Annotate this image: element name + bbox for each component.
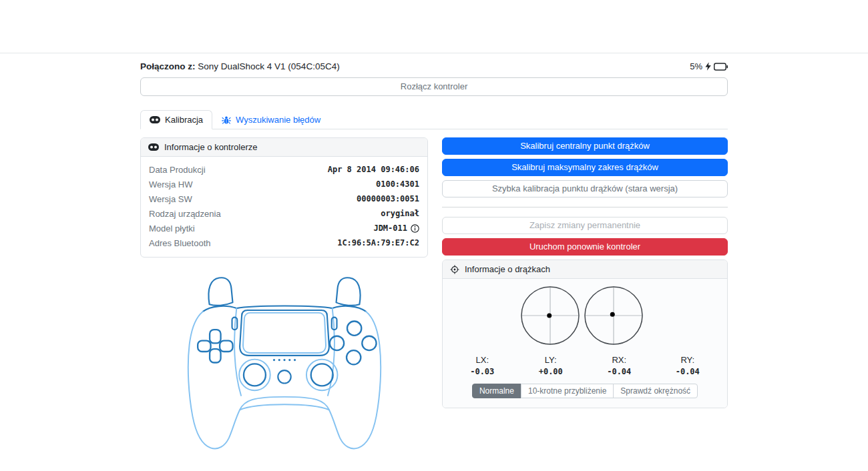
calibration-app: Połączono z: Sony DualShock 4 V1 (054C:0… — [0, 0, 868, 471]
stick-info-title: Informacje o drążkach — [465, 264, 550, 274]
axis-rx: RX: -0.04 — [585, 355, 654, 376]
tab-bar: Kalibracja Wyszukiwanie błędów — [140, 110, 728, 129]
info-value: oryginał — [381, 209, 419, 218]
battery-icon — [714, 63, 728, 71]
controller-illustration — [140, 269, 428, 459]
info-label: Model płytki — [149, 223, 195, 233]
info-label: Data Produkcji — [149, 165, 206, 175]
save-permanent-button[interactable]: Zapisz zmiany permanentnie — [442, 217, 728, 234]
info-label: Wersja HW — [149, 179, 192, 189]
calibrate-center-button[interactable]: Skalibruj centralny punkt drążków — [442, 137, 728, 155]
mode-normal-button[interactable]: Normalne — [472, 384, 521, 398]
axis-values-row: LX: -0.03 LY: +0.00 RX: -0.04 — [448, 355, 722, 376]
info-value: 0100:4301 — [376, 179, 419, 189]
charging-bolt-icon — [705, 62, 711, 71]
info-value: JDM-011 — [373, 223, 419, 233]
connected-label: Połączono z: — [140, 61, 196, 71]
info-row-sw-version: Wersja SW 00000003:0051 — [149, 191, 419, 206]
top-navbar — [0, 0, 868, 53]
stick-info-header: Informacje o drążkach — [443, 260, 727, 279]
tab-calibration[interactable]: Kalibracja — [140, 110, 212, 129]
info-label: Rodzaj urządzenia — [149, 209, 221, 219]
stick-info-card: Informacje o drążkach — [442, 260, 728, 408]
left-stick-dot — [547, 314, 552, 318]
info-row-hw-version: Wersja HW 0100:4301 — [149, 177, 419, 191]
divider — [442, 207, 728, 207]
controller-info-title: Informacje o kontrolerze — [164, 142, 257, 152]
tab-troubleshooting[interactable]: Wyszukiwanie błędów — [212, 110, 330, 129]
battery-percent: 5% — [690, 61, 702, 71]
bug-icon — [222, 115, 231, 125]
info-value: Apr 8 2014 09:46:06 — [328, 165, 419, 174]
axis-label: LX: — [448, 355, 517, 365]
tab-content: Informacje o kontrolerze Data Produkcji … — [140, 137, 728, 459]
info-value: 1C:96:5A:79:E7:C2 — [337, 238, 419, 248]
stick-view-mode-group: Normalne 10-krotne przybliżenie Sprawdź … — [448, 384, 722, 398]
info-label: Wersja SW — [149, 194, 192, 204]
info-circle-icon[interactable] — [411, 224, 419, 233]
axis-value: -0.03 — [448, 367, 517, 376]
disconnect-button[interactable]: Rozłącz kontroler — [140, 77, 728, 96]
controller-info-card: Informacje o kontrolerze Data Produkcji … — [140, 137, 428, 258]
info-label: Adres Bluetooth — [149, 238, 211, 248]
stick-info-body: LX: -0.03 LY: +0.00 RX: -0.04 — [443, 279, 727, 408]
dualsense-outline-drawing — [174, 269, 395, 456]
axis-label: LY: — [517, 355, 586, 365]
right-stick-dot — [610, 312, 615, 317]
gamepad-icon — [148, 143, 159, 151]
crosshairs-icon — [450, 265, 459, 274]
left-column: Informacje o kontrolerze Data Produkcji … — [140, 137, 428, 459]
battery-indicator: 5% — [690, 61, 728, 71]
axis-value: -0.04 — [654, 367, 722, 376]
mode-circularity-button[interactable]: Sprawdź okrężność — [613, 384, 698, 398]
gamepad-icon — [150, 116, 160, 123]
axis-ly: LY: +0.00 — [517, 355, 586, 376]
controller-info-body: Data Produkcji Apr 8 2014 09:46:06 Wersj… — [141, 157, 427, 257]
board-model-value: JDM-011 — [373, 223, 407, 233]
controller-info-header: Informacje o kontrolerze — [141, 138, 427, 157]
axis-ry: RY: -0.04 — [654, 355, 722, 376]
axis-lx: LX: -0.03 — [448, 355, 517, 376]
info-value: 00000003:0051 — [357, 194, 419, 203]
axis-label: RY: — [654, 355, 722, 365]
tab-calibration-label: Kalibracja — [165, 115, 203, 125]
mode-zoom-button[interactable]: 10-krotne przybliżenie — [521, 384, 614, 398]
info-row-board-model: Model płytki JDM-011 — [149, 221, 419, 235]
main-container: Połączono z: Sony DualShock 4 V1 (054C:0… — [140, 53, 728, 459]
stick-position-graphs — [448, 283, 714, 347]
reboot-controller-button[interactable]: Uruchom ponownie kontroler — [442, 238, 728, 256]
right-column: Skalibruj centralny punkt drążków Skalib… — [442, 137, 728, 459]
axis-value: -0.04 — [585, 367, 654, 376]
quick-calibrate-button[interactable]: Szybka kalibracja punktu drążków (stara … — [442, 180, 728, 197]
connection-status: Połączono z: Sony DualShock 4 V1 (054C:0… — [140, 61, 340, 71]
info-row-bluetooth-address: Adres Bluetooth 1C:96:5A:79:E7:C2 — [149, 235, 419, 250]
axis-label: RX: — [585, 355, 654, 365]
info-row-production-date: Data Produkcji Apr 8 2014 09:46:06 — [149, 162, 419, 177]
axis-value: +0.00 — [517, 367, 586, 376]
tab-troubleshooting-label: Wyszukiwanie błędów — [236, 115, 320, 125]
device-name: Sony DualShock 4 V1 (054C:05C4) — [198, 61, 339, 71]
calibrate-range-button[interactable]: Skalibruj maksymalny zakres drążków — [442, 159, 728, 176]
info-row-device-type: Rodzaj urządzenia oryginał — [149, 206, 419, 221]
connection-status-row: Połączono z: Sony DualShock 4 V1 (054C:0… — [140, 61, 728, 71]
